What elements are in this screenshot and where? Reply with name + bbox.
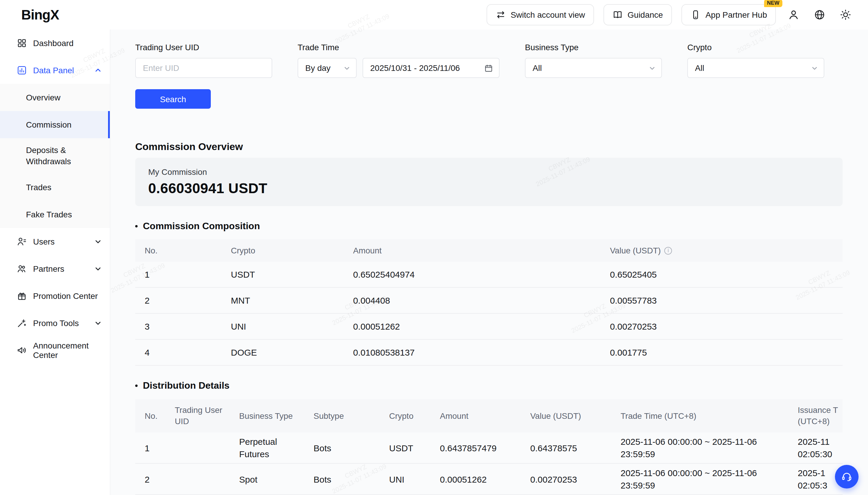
- sidebar-item-label: Partners: [33, 264, 89, 273]
- crypto-select[interactable]: All: [687, 58, 824, 78]
- col-business-type: Business Type: [239, 410, 314, 422]
- distribution-details-title: Distribution Details: [143, 380, 229, 392]
- promotion-center-icon: [17, 291, 27, 301]
- megaphone-icon: [17, 345, 27, 356]
- trade-time-mode-select[interactable]: By day: [298, 58, 357, 78]
- sidebar-item-label: Promotion Center: [33, 291, 102, 301]
- sidebar-item-users[interactable]: Users: [0, 228, 110, 255]
- table-row: 2 Spot Bots UNI 0.00051262 0.00270253 20…: [135, 464, 843, 495]
- my-commission-card: My Commission 0.66030941 USDT: [135, 158, 843, 206]
- guidance-button[interactable]: Guidance: [604, 4, 672, 25]
- chevron-down-icon: [811, 65, 818, 71]
- calendar-icon: [484, 64, 493, 72]
- sidebar-item-deposits-withdrawals[interactable]: Deposits & Withdrawals: [0, 138, 110, 174]
- sidebar-item-label: Users: [33, 237, 89, 246]
- commission-overview-title: Commission Overview: [135, 141, 843, 153]
- topbar: BingX Switch account view Guidance App P…: [0, 0, 868, 30]
- col-value-usdt: Value (USDT) i: [610, 246, 843, 255]
- sidebar-item-fake-trades[interactable]: Fake Trades: [0, 201, 110, 228]
- chevron-down-icon: [344, 65, 350, 71]
- theme-sun-icon[interactable]: [837, 6, 854, 23]
- sidebar-item-overview[interactable]: Overview: [0, 84, 110, 111]
- info-icon[interactable]: i: [664, 246, 672, 254]
- sidebar-item-announcement-center[interactable]: Announcement Center: [0, 337, 110, 364]
- crypto-label: Crypto: [687, 42, 824, 52]
- bingx-logo[interactable]: BingX: [21, 7, 59, 23]
- filter-business-type: Business Type All: [525, 42, 662, 78]
- distribution-details-heading: Distribution Details: [135, 380, 843, 392]
- bullet-dot: [135, 225, 138, 227]
- crypto-value: All: [695, 63, 704, 73]
- bullet-dot: [135, 385, 138, 387]
- table-row: 2 MNT 0.004408 0.00557783: [135, 288, 843, 314]
- sidebar-item-dashboard[interactable]: Dashboard: [0, 30, 110, 57]
- filter-trading-uid: Trading User UID: [135, 42, 272, 78]
- profile-icon[interactable]: [785, 6, 802, 23]
- date-range-start: 2025/10/31: [370, 63, 412, 73]
- bingx-partner-dashboard: BingX Switch account view Guidance App P…: [0, 0, 868, 495]
- trading-uid-label: Trading User UID: [135, 42, 272, 52]
- trade-time-label: Trade Time: [298, 42, 500, 52]
- col-amount: Amount: [440, 410, 530, 422]
- my-commission-value: 0.66030941 USDT: [148, 180, 830, 197]
- my-commission-label: My Commission: [148, 167, 830, 177]
- table-header-row: No. Crypto Amount Value (USDT) i: [135, 239, 843, 262]
- chevron-down-icon: [94, 320, 102, 327]
- partners-icon: [17, 263, 27, 274]
- promo-tools-icon: [17, 318, 27, 328]
- app-partner-hub-button[interactable]: App Partner Hub: [681, 4, 776, 25]
- phone-icon: [690, 10, 700, 20]
- new-badge: NEW: [764, 0, 782, 7]
- sidebar-item-label: Commission: [26, 119, 71, 130]
- table-row: 1 Perpetual Futures Bots USDT 0.64378574…: [135, 432, 843, 464]
- col-value-usdt: Value (USDT): [530, 410, 621, 422]
- sidebar-item-partners[interactable]: Partners: [0, 255, 110, 283]
- sidebar-item-commission[interactable]: Commission: [0, 111, 110, 138]
- swap-icon: [495, 10, 506, 20]
- chevron-down-icon: [94, 238, 102, 245]
- table-row: 1 USDT 0.65025404974 0.65025405: [135, 262, 843, 288]
- sidebar-item-label: Announcement Center: [33, 341, 102, 360]
- search-button[interactable]: Search: [135, 89, 211, 109]
- distribution-details-table: No. Trading User UID Business Type Subty…: [135, 399, 843, 495]
- chevron-down-icon: [649, 65, 656, 71]
- switch-account-view-label: Switch account view: [510, 10, 585, 19]
- sidebar-item-trades[interactable]: Trades: [0, 174, 110, 201]
- switch-account-view-button[interactable]: Switch account view: [486, 4, 594, 25]
- users-icon: [17, 236, 27, 247]
- book-icon: [612, 10, 623, 20]
- main-content: Trading User UID Trade Time By day 2025/…: [110, 30, 868, 495]
- col-no: No.: [135, 410, 175, 422]
- trading-uid-input[interactable]: [135, 58, 272, 78]
- col-issuance-time: Issuance T (UTC+8): [798, 405, 843, 427]
- sidebar-item-promo-tools[interactable]: Promo Tools: [0, 309, 110, 337]
- sidebar-item-label: Overview: [26, 92, 60, 103]
- business-type-select[interactable]: All: [525, 58, 662, 78]
- table-row: 3 UNI 0.00051262 0.00270253: [135, 314, 843, 340]
- sidebar-item-label: Data Panel: [33, 66, 89, 75]
- app-partner-hub-wrap: App Partner Hub NEW: [681, 4, 776, 25]
- business-type-label: Business Type: [525, 42, 662, 52]
- date-range-separator: -: [414, 63, 417, 73]
- chevron-up-icon: [94, 67, 102, 74]
- commission-composition-table: No. Crypto Amount Value (USDT) i 1 USDT …: [135, 239, 843, 365]
- col-crypto: Crypto: [231, 246, 353, 255]
- commission-composition-heading: Commission Composition: [135, 220, 843, 232]
- issuance-time-cell: 2025-11 02:05:30: [798, 436, 843, 460]
- language-globe-icon[interactable]: [811, 6, 828, 23]
- sidebar-item-label: Dashboard: [33, 38, 102, 48]
- sidebar-item-data-panel[interactable]: Data Panel: [0, 57, 110, 84]
- date-range-picker[interactable]: 2025/10/31 - 2025/11/06: [363, 58, 500, 78]
- filter-trade-time: Trade Time By day 2025/10/31 - 2025/11/0…: [298, 42, 500, 78]
- table-header-row: No. Trading User UID Business Type Subty…: [135, 399, 843, 432]
- sidebar-item-label: Promo Tools: [33, 318, 89, 328]
- app-partner-hub-label: App Partner Hub: [705, 10, 767, 19]
- sidebar-item-label: Deposits & Withdrawals: [26, 145, 100, 167]
- trade-time-mode-value: By day: [305, 63, 331, 73]
- col-trading-user-uid: Trading User UID: [175, 405, 239, 427]
- sidebar: Dashboard Data Panel Overview Commission…: [0, 30, 110, 495]
- sidebar-item-promotion-center[interactable]: Promotion Center: [0, 283, 110, 309]
- date-range-end: 2025/11/06: [419, 63, 460, 73]
- support-button[interactable]: [835, 465, 858, 489]
- col-crypto: Crypto: [389, 410, 440, 422]
